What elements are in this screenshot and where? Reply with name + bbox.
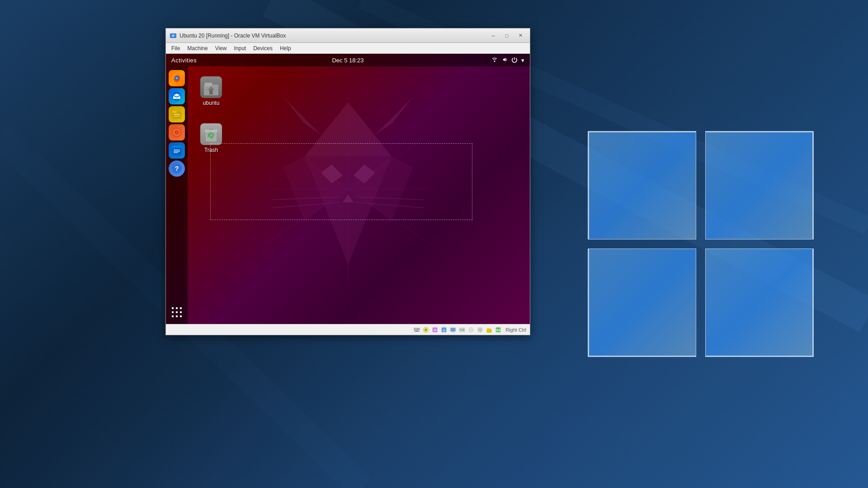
statusbar-audio-icon[interactable] <box>422 326 429 333</box>
svg-rect-63 <box>417 328 418 329</box>
ubuntu-sidebar: ? <box>166 66 188 324</box>
vbox-window-controls: ─ □ ✕ <box>487 31 526 40</box>
sidebar-item-thunderbird[interactable] <box>169 88 185 104</box>
svg-text:GA: GA <box>496 328 501 332</box>
svg-point-42 <box>176 131 178 133</box>
sidebar-show-applications-button[interactable] <box>169 304 185 320</box>
virtualbox-window: Ubuntu 20 [Running] - Oracle VM VirtualB… <box>165 28 530 335</box>
desktop-icon-home[interactable]: ubuntu <box>195 74 227 109</box>
grid-dot <box>180 307 182 309</box>
topbar-arrow-icon[interactable]: ▾ <box>521 57 524 64</box>
svg-rect-68 <box>415 331 419 332</box>
ubuntu-topbar-right: ▾ <box>491 56 524 64</box>
vbox-title-icon <box>170 32 177 39</box>
statusbar-usb-icon[interactable]: U <box>431 326 439 333</box>
statusbar-keyboard-icon[interactable] <box>413 326 420 333</box>
vbox-minimize-button[interactable]: ─ <box>487 31 499 40</box>
win-logo-pane-br <box>705 249 814 357</box>
menu-input[interactable]: Input <box>231 44 250 53</box>
svg-rect-80 <box>460 329 462 330</box>
menu-devices[interactable]: Devices <box>250 44 276 53</box>
sidebar-item-help[interactable]: ? <box>169 160 185 177</box>
windows-logo-area <box>533 0 868 488</box>
trash-label: Trash <box>204 147 218 153</box>
statusbar-settings-icon[interactable] <box>476 326 484 333</box>
svg-text:?: ? <box>175 165 179 172</box>
svg-rect-47 <box>174 151 180 152</box>
sidebar-item-writer[interactable] <box>169 142 185 159</box>
svg-rect-46 <box>174 150 180 150</box>
win-logo-pane-bl <box>588 249 696 357</box>
sidebar-item-rhythmbox[interactable] <box>169 124 185 141</box>
svg-rect-59 <box>209 128 213 130</box>
vbox-titlebar: Ubuntu 20 [Running] - Oracle VM VirtualB… <box>166 28 530 43</box>
grid-dot <box>172 315 174 317</box>
home-folder-icon <box>200 76 222 98</box>
statusbar-cd-icon[interactable] <box>467 326 475 333</box>
svg-point-6 <box>172 35 174 37</box>
desktop-icon-trash[interactable]: Trash <box>195 121 227 156</box>
ubuntu-content: ? <box>166 66 530 324</box>
svg-rect-66 <box>416 329 418 330</box>
trash-icon <box>200 123 222 145</box>
statusbar-guest-additions-icon[interactable]: GA <box>495 326 502 333</box>
svg-rect-62 <box>415 328 416 329</box>
power-icon[interactable] <box>511 56 518 64</box>
svg-rect-61 <box>414 328 415 329</box>
svg-rect-38 <box>174 116 180 117</box>
svg-rect-45 <box>172 145 181 148</box>
menu-file[interactable]: File <box>168 44 184 53</box>
network-icon[interactable] <box>491 56 498 64</box>
vbox-close-button[interactable]: ✕ <box>514 31 526 40</box>
menu-machine[interactable]: Machine <box>184 44 211 53</box>
grid-dot <box>176 315 178 317</box>
svg-rect-36 <box>172 111 177 113</box>
statusbar-hdd-icon[interactable] <box>458 326 466 333</box>
desktop-selection-rect <box>210 143 472 220</box>
grid-dot <box>180 315 182 317</box>
statusbar-display-icon[interactable] <box>449 326 457 333</box>
svg-point-83 <box>471 329 472 330</box>
svg-rect-48 <box>174 152 178 153</box>
grid-dot <box>172 311 174 313</box>
vbox-menubar: File Machine View Input Devices Help <box>166 43 530 54</box>
svg-marker-29 <box>503 58 505 61</box>
vbox-maximize-button[interactable]: □ <box>501 31 513 40</box>
svg-rect-37 <box>174 114 180 115</box>
win-logo-pane-tr <box>705 131 814 239</box>
svg-point-79 <box>462 329 464 331</box>
svg-rect-67 <box>418 329 420 330</box>
home-folder-label: ubuntu <box>203 100 220 106</box>
ubuntu-activities-button[interactable]: Activities <box>171 57 197 64</box>
sound-icon[interactable] <box>501 56 508 64</box>
statusbar-network-icon[interactable] <box>440 326 448 333</box>
grid-dot <box>172 307 174 309</box>
sidebar-item-firefox[interactable] <box>169 70 185 86</box>
svg-point-33 <box>175 77 178 80</box>
svg-point-74 <box>443 331 444 332</box>
statusbar-right-ctrl-label: Right Ctrl <box>505 327 526 333</box>
grid-dot <box>176 307 178 309</box>
svg-rect-88 <box>487 328 490 330</box>
svg-point-86 <box>480 329 481 330</box>
ubuntu-icons-area: ubuntu <box>188 66 530 324</box>
svg-rect-64 <box>418 328 420 329</box>
statusbar-shared-folder-icon[interactable] <box>486 326 493 333</box>
svg-rect-76 <box>451 328 455 331</box>
menu-help[interactable]: Help <box>276 44 295 53</box>
svg-point-56 <box>212 92 213 93</box>
ubuntu-topbar: Activities Dec 5 18:23 <box>166 54 530 66</box>
svg-rect-28 <box>494 61 495 62</box>
windows-logo <box>588 131 814 357</box>
svg-rect-77 <box>452 332 454 333</box>
menu-view[interactable]: View <box>212 44 231 53</box>
svg-rect-53 <box>205 83 212 86</box>
sidebar-item-files[interactable] <box>169 106 185 122</box>
grid-dot <box>176 311 178 313</box>
svg-rect-65 <box>414 329 415 330</box>
ubuntu-desktop: Activities Dec 5 18:23 <box>166 54 530 324</box>
ubuntu-clock: Dec 5 18:23 <box>332 57 363 64</box>
win-logo-pane-tl <box>588 131 696 239</box>
vbox-title-text: Ubuntu 20 [Running] - Oracle VM VirtualB… <box>179 33 487 39</box>
svg-text:U: U <box>434 328 436 332</box>
